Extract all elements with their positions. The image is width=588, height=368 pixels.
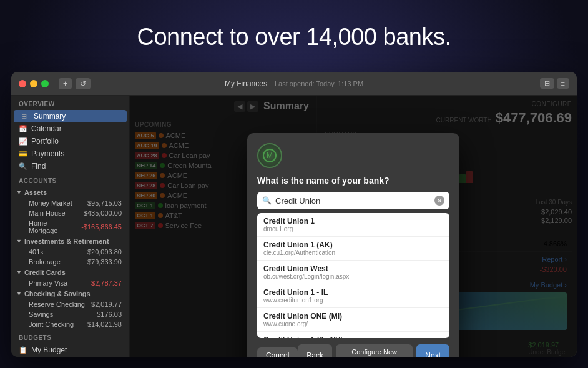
bank-list-item-1[interactable]: Credit Union 1 dmcu1.org <box>257 213 449 237</box>
calendar-icon: 📅 <box>19 125 27 133</box>
refresh-button[interactable]: ↺ <box>76 78 91 89</box>
bank-list-item-3[interactable]: Credit Union West ob.cuwest.org/Login/lo… <box>257 261 449 284</box>
payments-icon: 💳 <box>19 150 27 158</box>
sidebar-item-home-mortgage[interactable]: Home Mortgage -$165,866.45 <box>11 218 129 236</box>
cancel-button[interactable]: Cancel <box>257 347 298 357</box>
investments-label: Investments & Retirement <box>24 237 109 245</box>
toolbar-left: + ↺ <box>59 78 91 89</box>
bank-name-5: Credit Union ONE (MI) <box>263 312 443 321</box>
bank-question: What is the name of your bank? <box>257 176 449 186</box>
sidebar-item-my-budget[interactable]: 📋 My Budget <box>11 344 129 356</box>
reserve-checking-value: $2,019.77 <box>91 301 122 308</box>
sidebar-item-savings[interactable]: Savings $176.03 <box>11 309 129 319</box>
investments-arrow: ▼ <box>16 238 22 244</box>
bank-url-4: www.creditunion1.org <box>263 297 443 304</box>
bank-search-box: 🔍 ✕ <box>257 192 449 209</box>
sidebar-item-brokerage[interactable]: Brokerage $79,333.90 <box>11 257 129 267</box>
summary-icon: ⊞ <box>21 112 30 121</box>
content-area: ◀ ▶ Summary UPCOMING AUG 5 ACME <box>130 96 577 357</box>
credit-cards-group[interactable]: ▼ Credit Cards <box>11 267 129 278</box>
sidebar-item-reserve-checking[interactable]: Reserve Checking $2,019.77 <box>11 299 129 309</box>
bank-search-clear-button[interactable]: ✕ <box>434 196 444 206</box>
primary-visa-label: Primary Visa <box>29 279 67 287</box>
money-market-value: $95,715.03 <box>87 199 122 207</box>
bank-url-3: ob.cuwest.org/Login/login.aspx <box>263 273 443 280</box>
bank-list-item-2[interactable]: Credit Union 1 (AK) cie.cu1.org/Authenti… <box>257 237 449 261</box>
add-button[interactable]: + <box>59 78 72 89</box>
sidebar-item-find[interactable]: 🔍 Find <box>11 160 129 172</box>
sidebar-item-payments[interactable]: 💳 Payments <box>11 147 129 160</box>
bank-url-5: www.cuone.org/ <box>263 321 443 327</box>
bank-list-item-6[interactable]: Credit Union 1 (IL, NV) silverssl.credit… <box>257 332 449 338</box>
reserve-checking-label: Reserve Checking <box>29 301 85 308</box>
bank-name-6: Credit Union 1 (IL, NV) <box>263 336 443 338</box>
sidebar-summary-label: Summary <box>34 112 119 121</box>
sidebar-item-primary-visa[interactable]: Primary Visa -$2,787.37 <box>11 278 129 288</box>
modal-btn-group: Back Configure New Bank Next <box>298 344 449 357</box>
configure-new-bank-button[interactable]: Configure New Bank <box>336 344 413 357</box>
savings-value: $176.03 <box>97 311 122 318</box>
sidebar-item-portfolio[interactable]: 📈 Portfolio <box>11 135 129 147</box>
budget-icon: 📋 <box>19 346 27 354</box>
svg-text:M: M <box>267 151 273 160</box>
credit-cards-label: Credit Cards <box>24 269 66 276</box>
bank-modal: M What is the name of your bank? 🔍 ✕ Cre… <box>247 133 459 357</box>
sidebar-item-calendar[interactable]: 📅 Calendar <box>11 122 129 135</box>
sidebar-item-summary[interactable]: ⊞ Summary <box>14 110 127 122</box>
grid-view-button[interactable]: ⊞ <box>540 78 554 89</box>
last-opened: Last opened: Today, 1:13 PM <box>275 80 363 87</box>
brokerage-label: Brokerage <box>29 258 61 266</box>
sidebar-item-main-house[interactable]: Main House $435,000.00 <box>11 208 129 218</box>
search-icon: 🔍 <box>262 196 272 205</box>
sidebar-find-label: Find <box>31 162 122 171</box>
assets-label: Assets <box>24 189 47 196</box>
main-house-value: $435,000.00 <box>84 209 122 217</box>
portfolio-icon: 📈 <box>19 137 27 146</box>
brokerage-value: $79,333.90 <box>87 258 122 266</box>
bank-list-item-5[interactable]: Credit Union ONE (MI) www.cuone.org/ <box>257 308 449 332</box>
sidebar-calendar-label: Calendar <box>31 124 122 133</box>
app-window: + ↺ My Finances Last opened: Today, 1:13… <box>11 72 577 357</box>
fullscreen-button[interactable] <box>41 80 49 87</box>
minimize-button[interactable] <box>30 80 37 87</box>
bank-name-1: Credit Union 1 <box>263 217 443 226</box>
accounts-section-label: Accounts <box>11 172 129 187</box>
home-mortgage-label: Home Mortgage <box>29 219 77 234</box>
savings-label: Savings <box>29 311 53 318</box>
sidebar-item-joint-checking[interactable]: Joint Checking $14,021.98 <box>11 319 129 329</box>
modal-overlay: M What is the name of your bank? 🔍 ✕ Cre… <box>130 96 577 357</box>
bank-logo: M <box>257 143 282 168</box>
assets-arrow: ▼ <box>16 189 22 196</box>
assets-group[interactable]: ▼ Assets <box>11 187 129 198</box>
app-title: My Finances <box>225 79 267 88</box>
joint-checking-label: Joint Checking <box>29 321 74 328</box>
bank-list: Credit Union 1 dmcu1.org Credit Union 1 … <box>257 213 449 338</box>
main-house-label: Main House <box>29 209 66 217</box>
next-button[interactable]: Next <box>416 344 449 357</box>
401k-value: $20,093.80 <box>87 248 122 256</box>
checking-savings-group[interactable]: ▼ Checking & Savings <box>11 288 129 299</box>
back-button[interactable]: Back <box>298 344 332 357</box>
checking-savings-arrow: ▼ <box>16 291 22 297</box>
bank-logo-area: M <box>257 143 449 168</box>
overview-section-label: Overview <box>11 96 129 110</box>
sidebar-item-401k[interactable]: 401k $20,093.80 <box>11 247 129 257</box>
bank-search-input[interactable] <box>275 196 431 206</box>
sidebar-payments-label: Payments <box>31 149 122 158</box>
main-layout: Overview ⊞ Summary 📅 Calendar 📈 Portfoli… <box>11 96 577 357</box>
money-market-label: Money Market <box>29 199 72 207</box>
investments-group[interactable]: ▼ Investments & Retirement <box>11 236 129 247</box>
close-button[interactable] <box>19 80 26 87</box>
list-view-button[interactable]: ≡ <box>557 78 569 89</box>
sidebar: Overview ⊞ Summary 📅 Calendar 📈 Portfoli… <box>11 96 130 357</box>
budgets-section-label: Budgets <box>11 329 129 344</box>
traffic-lights <box>19 80 49 87</box>
bank-url-1: dmcu1.org <box>263 226 443 232</box>
bank-name-3: Credit Union West <box>263 264 443 273</box>
bank-name-4: Credit Union 1 - IL <box>263 288 443 297</box>
sidebar-item-money-market[interactable]: Money Market $95,715.03 <box>11 198 129 208</box>
modal-buttons: Cancel Back Configure New Bank Next <box>257 344 449 357</box>
bank-list-item-4[interactable]: Credit Union 1 - IL www.creditunion1.org <box>257 284 449 308</box>
hero-title: Connect to over 14,000 banks. <box>0 24 588 51</box>
sidebar-portfolio-label: Portfolio <box>31 137 122 146</box>
